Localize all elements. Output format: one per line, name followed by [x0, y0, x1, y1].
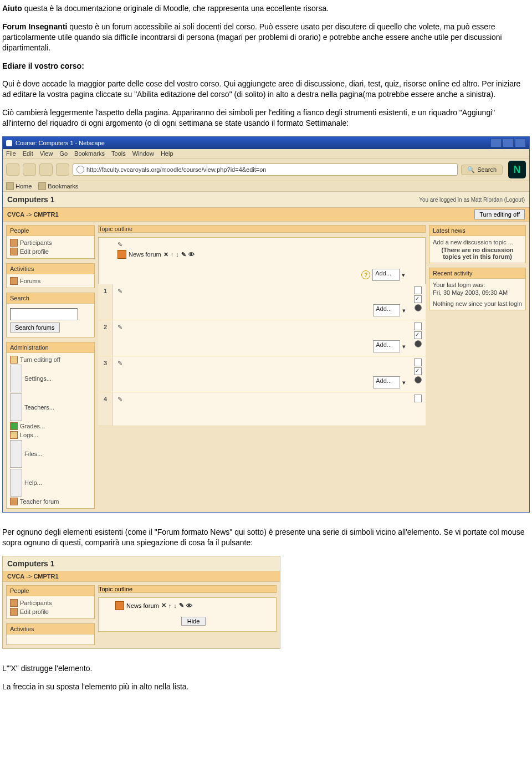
chevron-down-icon[interactable]: ▾: [402, 343, 406, 350]
visible-icon[interactable]: [415, 340, 422, 347]
people-editprofile[interactable]: Edit profile: [10, 247, 91, 256]
nothing-new-text: Nothing new since your last login: [433, 300, 522, 308]
forward-button[interactable]: [23, 163, 36, 176]
admin-logs[interactable]: Logs...: [10, 431, 91, 439]
para-aiuto: Aiuto questa è la documentazione origina…: [2, 3, 530, 14]
para-6: L'"X" distrugge l'elemento.: [2, 663, 530, 674]
login-status: You are logged in as Matt Riordan (Logou…: [419, 197, 525, 203]
admin-settings[interactable]: Settings...: [10, 364, 91, 393]
last-login-date: Fri, 30 May 2003, 09:30 AM: [433, 289, 522, 296]
menu-go[interactable]: Go: [59, 150, 68, 157]
teacherforum-icon: [10, 498, 18, 505]
profile-icon: [10, 248, 18, 255]
move-up-icon[interactable]: ↑: [168, 602, 172, 609]
left-column: People Participants Edit profile Activit…: [6, 225, 95, 509]
admin-editoff[interactable]: Turn editing off: [10, 355, 91, 364]
latest-news-header: Latest news: [429, 226, 525, 236]
teachers-icon: [10, 393, 22, 421]
chevron-down-icon[interactable]: ▾: [402, 272, 405, 279]
visible-icon[interactable]: [415, 376, 422, 383]
breadcrumb-row: CVCA -> CMPTR1 Turn editing off: [3, 208, 529, 222]
edit-icon[interactable]: ✎: [117, 324, 124, 330]
move-down-icon[interactable]: ↓: [176, 251, 179, 258]
edit-icon[interactable]: ✎: [117, 396, 124, 402]
netscape-logo: N: [508, 161, 526, 178]
panel-admin-header: Administration: [7, 342, 94, 353]
menu-edit[interactable]: Edit: [23, 150, 33, 157]
news-forum-link[interactable]: News forum ✕ ↑ ↓ ✎ 👁: [115, 601, 272, 610]
highlight-icon[interactable]: [414, 295, 422, 303]
admin-teachers[interactable]: Teachers...: [10, 393, 91, 422]
menu-tools[interactable]: Tools: [111, 150, 126, 157]
menu-bookmarks[interactable]: Bookmarks: [74, 150, 105, 157]
add-dropdown[interactable]: Add...: [373, 376, 400, 388]
menu-file[interactable]: File: [6, 150, 16, 157]
help-icon[interactable]: ?: [361, 270, 370, 279]
search-icon: 🔍: [467, 166, 475, 173]
close-button[interactable]: [515, 139, 526, 147]
people-editprofile[interactable]: Edit profile: [10, 607, 91, 616]
back-button[interactable]: [6, 163, 19, 176]
add-dropdown[interactable]: Add...: [373, 340, 400, 352]
middle-column: Topic outline ✎ News forum ✕ ↑ ↓: [98, 225, 426, 509]
search-input[interactable]: [10, 308, 78, 320]
menu-window[interactable]: Window: [132, 150, 154, 157]
highlight-icon[interactable]: [414, 367, 422, 375]
menu-help[interactable]: Help: [161, 150, 173, 157]
admin-help[interactable]: Help...: [10, 468, 91, 497]
delete-icon[interactable]: ✕: [161, 602, 166, 609]
edit-icon[interactable]: ✎: [117, 360, 124, 366]
add-topic-link[interactable]: Add a new discussion topic ...: [433, 238, 522, 246]
people-participants[interactable]: Participants: [10, 598, 91, 607]
tab-bookmarks[interactable]: Bookmarks: [38, 182, 78, 190]
hide-icon[interactable]: 👁: [186, 602, 192, 609]
admin-teacherforum[interactable]: Teacher forum: [10, 497, 91, 506]
admin-grades[interactable]: Grades...: [10, 422, 91, 431]
panel-administration: Administration Turn editing off Settings…: [6, 342, 95, 509]
move-up-icon[interactable]: ↑: [171, 251, 174, 258]
screenshot-1: Course: Computers 1 - Netscape File Edit…: [2, 136, 530, 513]
url-input[interactable]: http://faculty.cvcaroyals.org/moodle/cou…: [73, 163, 458, 176]
delete-icon[interactable]: ✕: [163, 251, 168, 258]
hide-icon[interactable]: 👁: [188, 251, 195, 258]
menu-view[interactable]: View: [40, 150, 53, 157]
para-4: Ciò cambierà leggermente l'aspetto della…: [2, 108, 530, 129]
forum-icon: [115, 601, 124, 610]
edit-icon[interactable]: ✎: [117, 288, 124, 294]
participants-icon: [10, 599, 18, 607]
news-forum-link[interactable]: News forum ✕ ↑ ↓ ✎ 👁: [117, 250, 405, 259]
show-one-icon[interactable]: [414, 323, 422, 330]
move-down-icon[interactable]: ↓: [173, 602, 177, 609]
show-one-icon[interactable]: [414, 359, 422, 366]
stop-button[interactable]: [56, 163, 69, 176]
panel-people-header: People: [7, 226, 94, 236]
reload-button[interactable]: [39, 163, 53, 176]
turn-editing-off-button[interactable]: Turn editing off: [474, 209, 525, 219]
home-icon: [6, 182, 14, 190]
edit-icon[interactable]: ✎: [181, 251, 186, 258]
show-one-icon[interactable]: [414, 286, 422, 294]
app-icon: [6, 140, 12, 146]
people-participants[interactable]: Participants: [10, 238, 91, 247]
menubar: File Edit View Go Bookmarks Tools Window…: [3, 149, 529, 158]
add-dropdown[interactable]: Add...: [372, 269, 400, 281]
visible-icon[interactable]: [415, 304, 422, 311]
settings-icon: [10, 365, 22, 392]
add-dropdown[interactable]: Add...: [373, 304, 400, 316]
para-7: La freccia in su sposta l'elemento più i…: [2, 682, 530, 692]
edit-icon[interactable]: ✎: [179, 602, 184, 609]
panel-search-header: Search: [7, 293, 94, 304]
show-one-icon[interactable]: [414, 395, 422, 402]
chevron-down-icon[interactable]: ▾: [402, 307, 406, 314]
min-button[interactable]: [490, 139, 502, 147]
max-button[interactable]: [503, 139, 514, 147]
search-forums-button[interactable]: Search forums: [10, 323, 60, 332]
chevron-down-icon[interactable]: ▾: [402, 379, 406, 386]
highlight-icon[interactable]: [414, 331, 422, 339]
tab-home[interactable]: Home: [6, 182, 32, 190]
breadcrumb: CVCA -> CMPTR1: [7, 573, 59, 580]
edit-icon[interactable]: ✎: [117, 241, 124, 248]
admin-files[interactable]: Files...: [10, 439, 91, 468]
search-button[interactable]: 🔍Search: [461, 165, 503, 175]
activities-forums[interactable]: Forums: [10, 277, 91, 285]
